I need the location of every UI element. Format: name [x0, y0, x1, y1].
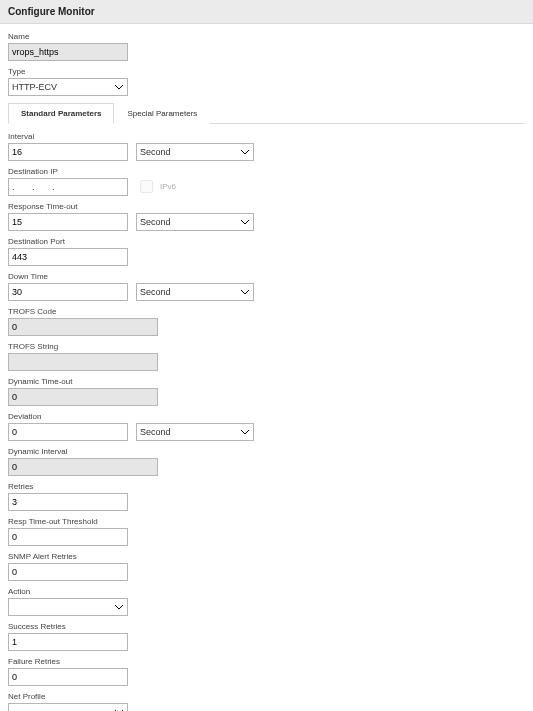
ipv6-label: IPv6: [160, 182, 176, 191]
respth-group: Resp Time-out Threshold: [8, 517, 525, 546]
type-select[interactable]: HTTP-ECV: [8, 78, 128, 96]
deviation-input[interactable]: [8, 423, 128, 441]
deviation-row: Deviation Second: [8, 412, 525, 441]
destip-row: Destination IP IPv6: [8, 167, 525, 196]
tabs: Standard Parameters Special Parameters: [8, 102, 525, 124]
action-select[interactable]: [8, 598, 128, 616]
respto-unit-select[interactable]: Second: [136, 213, 254, 231]
retries-group: Retries: [8, 482, 525, 511]
dynint-label: Dynamic Interval: [8, 447, 525, 456]
trofscode-input[interactable]: [8, 318, 158, 336]
dynint-group: Dynamic Interval: [8, 447, 525, 476]
type-value: HTTP-ECV: [12, 82, 57, 92]
snmp-label: SNMP Alert Retries: [8, 552, 525, 561]
downtime-input[interactable]: [8, 283, 128, 301]
snmp-group: SNMP Alert Retries: [8, 552, 525, 581]
succ-input[interactable]: [8, 633, 128, 651]
name-label: Name: [8, 32, 525, 41]
fail-label: Failure Retries: [8, 657, 525, 666]
ipv6-checkbox: [140, 180, 153, 193]
destport-group: Destination Port: [8, 237, 525, 266]
type-label: Type: [8, 67, 525, 76]
trofsstring-input[interactable]: [8, 353, 158, 371]
deviation-unit-value: Second: [140, 427, 171, 437]
respto-label: Response Time-out: [8, 202, 128, 211]
name-field-group: Name: [8, 32, 525, 61]
succ-label: Success Retries: [8, 622, 525, 631]
respto-unit-value: Second: [140, 217, 171, 227]
snmp-input[interactable]: [8, 563, 128, 581]
downtime-unit-value: Second: [140, 287, 171, 297]
respth-label: Resp Time-out Threshold: [8, 517, 525, 526]
destip-label: Destination IP: [8, 167, 128, 176]
name-input[interactable]: [8, 43, 128, 61]
tab-standard-parameters[interactable]: Standard Parameters: [8, 103, 114, 124]
destport-input[interactable]: [8, 248, 128, 266]
netprofile-select[interactable]: [8, 703, 128, 711]
destip-input[interactable]: [8, 178, 128, 196]
trofsstring-group: TROFS String: [8, 342, 525, 371]
interval-row: Interval Second: [8, 132, 525, 161]
dynto-input[interactable]: [8, 388, 158, 406]
content-area: Name Type HTTP-ECV Standard Parameters S…: [0, 24, 533, 711]
succ-group: Success Retries: [8, 622, 525, 651]
dynto-group: Dynamic Time-out: [8, 377, 525, 406]
type-field-group: Type HTTP-ECV: [8, 67, 525, 96]
netprofile-group: Net Profile: [8, 692, 525, 711]
window-title: Configure Monitor: [0, 0, 533, 24]
interval-unit-select[interactable]: Second: [136, 143, 254, 161]
fail-input[interactable]: [8, 668, 128, 686]
dynto-label: Dynamic Time-out: [8, 377, 525, 386]
retries-input[interactable]: [8, 493, 128, 511]
interval-label: Interval: [8, 132, 128, 141]
dynint-input[interactable]: [8, 458, 158, 476]
trofscode-group: TROFS Code: [8, 307, 525, 336]
action-group: Action: [8, 587, 525, 616]
tab-special-parameters[interactable]: Special Parameters: [114, 103, 210, 124]
fail-group: Failure Retries: [8, 657, 525, 686]
trofsstring-label: TROFS String: [8, 342, 525, 351]
netprofile-label: Net Profile: [8, 692, 525, 701]
interval-input[interactable]: [8, 143, 128, 161]
respto-row: Response Time-out Second: [8, 202, 525, 231]
downtime-label: Down Time: [8, 272, 128, 281]
deviation-label: Deviation: [8, 412, 128, 421]
downtime-unit-select[interactable]: Second: [136, 283, 254, 301]
trofscode-label: TROFS Code: [8, 307, 525, 316]
deviation-unit-select[interactable]: Second: [136, 423, 254, 441]
respto-input[interactable]: [8, 213, 128, 231]
respth-input[interactable]: [8, 528, 128, 546]
retries-label: Retries: [8, 482, 525, 491]
interval-unit-value: Second: [140, 147, 171, 157]
destport-label: Destination Port: [8, 237, 525, 246]
downtime-row: Down Time Second: [8, 272, 525, 301]
action-label: Action: [8, 587, 525, 596]
